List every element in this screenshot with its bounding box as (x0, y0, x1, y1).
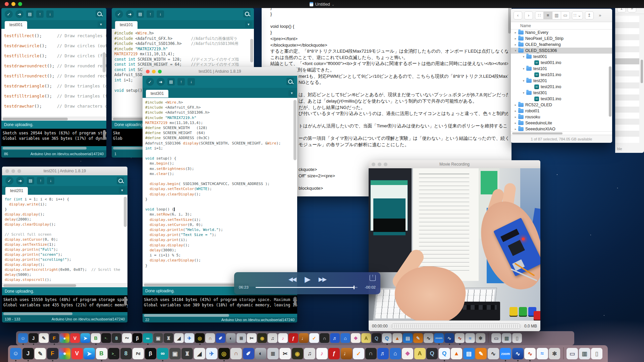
radar-app-icon[interactable]: ◎ (195, 333, 205, 343)
vlc-icon[interactable]: ▲ (451, 348, 462, 359)
tab-menu-button[interactable]: ▼ (119, 187, 125, 193)
wedge-app-icon[interactable]: ◢ (194, 348, 205, 359)
beta-app-icon[interactable]: β (145, 348, 156, 359)
intel-power-gadget-icon[interactable]: ∿ (512, 348, 524, 359)
textedit-icon[interactable]: ✎ (39, 333, 49, 343)
audacity-icon[interactable]: ∿ (524, 348, 536, 359)
open-button[interactable]: ↑ (147, 10, 154, 18)
rewind-button[interactable]: ◀◀ (288, 276, 296, 283)
disclosure-triangle-icon[interactable]: ▸ (514, 37, 518, 40)
arduino-window-test001[interactable]: ✓ ➜ ▤ ↑ ↓ test001 ▼ testfillrect(); // D… (1, 8, 106, 158)
disclosure-triangle-icon[interactable]: ▾ (522, 91, 526, 95)
chrome-icon[interactable]: ● (60, 333, 69, 343)
bathyscaphe-icon[interactable]: B (91, 333, 101, 343)
file-row-test001[interactable]: ▾test001 (511, 54, 612, 60)
mousetrap-app-icon[interactable]: ∩ (230, 348, 242, 359)
garagesale-icon[interactable]: ⌂ (340, 333, 350, 343)
scrollbar[interactable] (508, 5, 511, 34)
quicktime-dark-icon[interactable]: Q (426, 348, 438, 359)
blueprint-app-icon[interactable]: ✐ (243, 348, 254, 359)
scanner-icon[interactable]: ≣ (236, 333, 246, 343)
verify-button[interactable]: ✓ (115, 10, 123, 18)
group-by-button[interactable]: ∷ ⌄ (572, 11, 583, 19)
disclosure-triangle-icon[interactable]: ▸ (514, 31, 518, 34)
quicktime-icon[interactable]: Q (382, 333, 392, 343)
todo-check-icon[interactable]: ✓ (353, 348, 364, 359)
new-sketch-button[interactable]: ▤ (26, 10, 34, 18)
terminal-icon[interactable]: >_ (101, 333, 111, 343)
app-document-icon[interactable]: A (361, 333, 371, 343)
code-editor[interactable]: for (int i = 1; i < 8; i++) { display.wr… (2, 195, 127, 283)
save-button[interactable]: ↓ (47, 177, 54, 184)
mp3-converter-icon[interactable]: ♬ (330, 333, 340, 343)
file-row-OLED_featherwing[interactable]: ▸OLED_featherwing (511, 42, 612, 48)
forward-button[interactable]: › (524, 11, 533, 19)
window-titlebar[interactable]: Movie Recording (369, 160, 540, 168)
disclosure-triangle-icon[interactable]: ▸ (514, 43, 518, 46)
new-sketch-button[interactable]: ▤ (27, 177, 34, 184)
photos-app-icon[interactable]: ❖ (351, 333, 361, 343)
system-preferences-icon[interactable]: ✱ (476, 333, 485, 343)
icon-view-button[interactable]: ∷ (535, 11, 544, 19)
headphones-app-icon[interactable]: ∩ (320, 333, 329, 343)
flash-icon[interactable]: ƒ (288, 333, 298, 343)
vivaldi-icon[interactable]: V (70, 333, 80, 343)
wedge-app-icon[interactable]: ◢ (174, 333, 184, 343)
finder-window[interactable]: ‹ › ∷ ≡ ▥ ▭ ∷ ⌄ ↥ » Name ▸Nano_Every▸Neo… (511, 9, 612, 143)
file-row-RC522_OLED[interactable]: ▸RC522_OLED (511, 102, 612, 108)
finder-icon[interactable]: ☺ (10, 348, 21, 359)
quicktime-dark-icon[interactable]: Q (372, 333, 381, 343)
wifi-app-icon[interactable]: ≈ (465, 333, 475, 343)
scanner-icon[interactable]: ≣ (267, 348, 279, 359)
movie-recording-window[interactable]: Movie Recording (369, 160, 540, 331)
tab-test301[interactable]: test301 (146, 90, 168, 98)
vivaldi-icon[interactable]: V (71, 348, 83, 359)
window-titlebar[interactable]: test201 | Arduino 1.8.19 (2, 167, 127, 175)
keynote-icon[interactable]: ▤ (463, 348, 475, 359)
toolbar-overflow-button[interactable]: » (596, 11, 604, 19)
gauge-app-icon[interactable]: ◉ (292, 348, 303, 359)
radar-app-icon[interactable]: ◎ (218, 348, 230, 359)
disk-doctor-icon[interactable]: ∿ (488, 348, 499, 359)
disclosure-triangle-icon[interactable]: ▾ (522, 55, 526, 58)
file-row-SeeeduinoLite[interactable]: ▸SeeeduinoLite (511, 120, 612, 126)
system-preferences-icon[interactable]: ✱ (549, 348, 560, 359)
upload-button[interactable]: ➜ (15, 10, 23, 18)
save-button[interactable]: ↓ (187, 78, 195, 85)
audacity-icon[interactable]: ∿ (455, 333, 465, 343)
todo-check-icon[interactable]: ✓ (309, 333, 319, 343)
vlc-icon[interactable]: ▲ (392, 333, 402, 343)
jedit-icon[interactable]: J (22, 348, 34, 359)
arduino-icon[interactable]: ∞ (143, 333, 153, 343)
scrollbar[interactable] (609, 66, 611, 117)
processing-icon[interactable]: 8 (112, 333, 121, 343)
serial-monitor-button[interactable] (286, 78, 294, 85)
notes-app-icon[interactable]: ✎ (475, 348, 487, 359)
tab-menu-button[interactable]: ▼ (98, 21, 104, 27)
bathyscaphe-icon[interactable]: B (96, 348, 107, 359)
save-button[interactable]: ↓ (157, 10, 164, 18)
safari-icon[interactable]: ➤ (80, 333, 90, 343)
photos-app-icon[interactable]: ❖ (402, 348, 413, 359)
quicktime-icon[interactable]: Q (439, 348, 450, 359)
verify-button[interactable]: ✓ (5, 177, 13, 185)
robot-app-icon[interactable]: ♜ (164, 333, 173, 343)
verify-button[interactable]: ✓ (146, 78, 154, 86)
file-row-rousoku[interactable]: ▸rousoku (511, 114, 612, 120)
wifi-app-icon[interactable]: ≈ (537, 348, 548, 359)
photobooth-icon[interactable]: ◐ (226, 333, 236, 343)
notes-app-icon[interactable]: ✎ (413, 333, 423, 343)
photobooth-icon[interactable]: ◐ (255, 348, 266, 359)
keynote-icon[interactable]: ▤ (403, 333, 413, 343)
serial-monitor-button[interactable] (117, 177, 124, 184)
tab-menu-button[interactable]: ▼ (288, 90, 295, 96)
disclosure-triangle-icon[interactable]: ▸ (514, 109, 518, 113)
terminal-icon[interactable]: >_ (108, 348, 119, 359)
file-row-Nano_Every[interactable]: ▸Nano_Every (511, 29, 612, 36)
code-editor[interactable]: testfillrect(); // Draw rectangles (fill… (1, 29, 106, 117)
open-button[interactable]: ↑ (37, 177, 44, 184)
tab-menu-button[interactable]: ▼ (245, 21, 252, 27)
firefox-icon[interactable]: F (47, 348, 58, 359)
cube-app-icon[interactable]: ▣ (153, 333, 163, 343)
scrollbar[interactable] (124, 197, 127, 227)
